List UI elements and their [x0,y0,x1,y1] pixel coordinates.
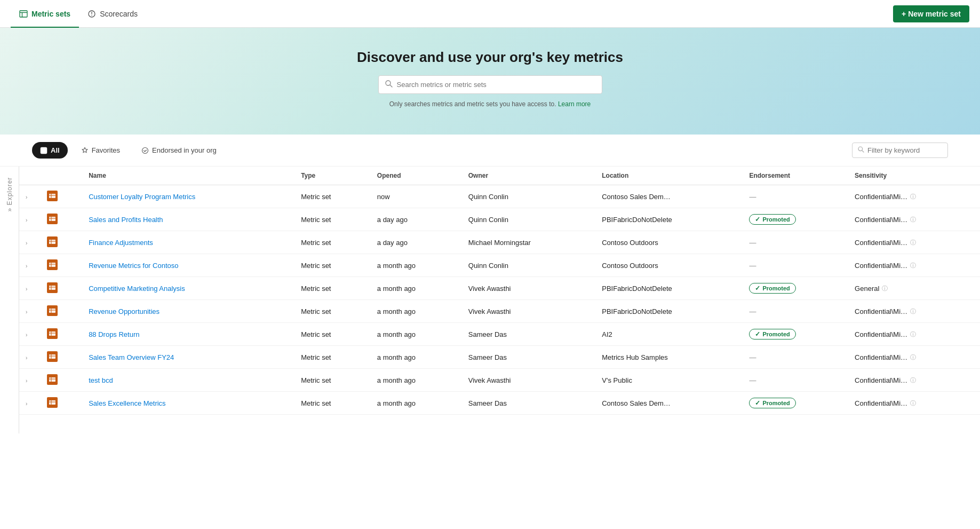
metric-set-icon [47,374,58,385]
table-row[interactable]: › Revenue Metrics for ContosoMetric seta… [19,254,980,277]
row-expand[interactable]: › [19,277,41,300]
svg-rect-36 [49,309,55,313]
promoted-check-icon: ✓ [755,285,760,292]
promoted-badge: ✓ Promoted [749,214,795,225]
row-type: Metric set [294,392,371,415]
keyword-filter-input[interactable] [867,146,942,154]
search-input[interactable] [397,81,595,89]
row-opened: a day ago [371,231,462,254]
col-owner[interactable]: Owner [462,167,595,185]
row-name[interactable]: Competitive Marketing Analysis [89,285,185,293]
metrics-table: Name Type Opened Owner Location Endorsem… [19,167,980,415]
row-endorsement: — [743,346,848,369]
expand-chevron[interactable]: › [26,240,27,246]
info-icon[interactable]: ⓘ [910,239,916,247]
metric-set-icon [47,282,58,293]
metric-set-icon [47,305,58,316]
col-endorsement[interactable]: Endorsement [743,167,848,185]
expand-chevron[interactable]: › [26,401,27,407]
filter-all-button[interactable]: All [32,142,68,159]
table-row[interactable]: › Finance AdjustmentsMetric seta day ago… [19,231,980,254]
info-icon[interactable]: ⓘ [910,193,916,201]
row-owner: Quinn Conlin [462,185,595,208]
row-sensitivity: Confidential\Mi… ⓘ [848,254,980,277]
info-icon[interactable]: ⓘ [910,216,916,224]
info-icon[interactable]: ⓘ [910,399,916,407]
info-icon[interactable]: ⓘ [910,353,916,361]
row-sensitivity: Confidential\Mi… ⓘ [848,346,980,369]
row-location: V's Public [595,369,743,392]
row-sensitivity: Confidential\Mi… ⓘ [848,369,980,392]
filter-endorsed-label: Endorsed in your org [152,146,217,154]
row-name[interactable]: Sales Excellence Metrics [89,399,166,407]
explorer-sidebar[interactable]: » Explorer [0,167,19,433]
expand-chevron[interactable]: › [26,263,27,269]
promoted-check-icon: ✓ [755,216,760,223]
row-name[interactable]: Sales and Profits Health [89,216,163,224]
row-name[interactable]: test bcd [89,376,113,384]
info-icon[interactable]: ⓘ [882,285,888,293]
col-sensitivity[interactable]: Sensitivity [848,167,980,185]
learn-more-link[interactable]: Learn more [558,100,591,108]
row-expand[interactable]: › [19,346,41,369]
no-endorsement: — [749,239,756,247]
row-owner: Michael Morningstar [462,231,595,254]
row-owner: Vivek Awasthi [462,277,595,300]
svg-line-14 [862,151,864,152]
info-icon[interactable]: ⓘ [910,330,916,338]
expand-chevron[interactable]: › [26,309,27,315]
table-row[interactable]: › Competitive Marketing AnalysisMetric s… [19,277,980,300]
row-name[interactable]: 88 Drops Return [89,330,139,338]
all-icon [40,147,47,154]
table-row[interactable]: › Customer Loyalty Program MetricsMetric… [19,185,980,208]
table-row[interactable]: › Sales Excellence MetricsMetric seta mo… [19,392,980,415]
table-row[interactable]: › 88 Drops ReturnMetric seta month agoSa… [19,323,980,346]
row-name[interactable]: Sales Team Overview FY24 [89,353,174,361]
table-row[interactable]: › Sales Team Overview FY24Metric seta mo… [19,346,980,369]
row-location: PBIFabricDoNotDelete [595,300,743,323]
expand-chevron[interactable]: › [26,286,27,292]
filter-favorites-button[interactable]: Favorites [73,142,128,159]
row-expand[interactable]: › [19,392,41,415]
no-endorsement: — [749,193,756,201]
row-icon-cell [41,300,82,323]
svg-line-7 [390,85,392,87]
col-type[interactable]: Type [294,167,371,185]
row-type: Metric set [294,254,371,277]
expand-chevron[interactable]: › [26,355,27,361]
row-expand[interactable]: › [19,231,41,254]
col-name[interactable]: Name [82,167,294,185]
table-row[interactable]: › Revenue OpportunitiesMetric seta month… [19,300,980,323]
info-icon[interactable]: ⓘ [910,262,916,270]
row-expand[interactable]: › [19,369,41,392]
col-location[interactable]: Location [595,167,743,185]
expand-chevron[interactable]: › [26,332,27,338]
expand-chevron[interactable]: › [26,217,27,223]
row-name[interactable]: Finance Adjustments [89,239,153,247]
tab-metric-sets[interactable]: Metric sets [11,1,79,28]
row-expand[interactable]: › [19,254,41,277]
row-name[interactable]: Revenue Opportunities [89,307,160,315]
row-expand[interactable]: › [19,323,41,346]
expand-chevron[interactable]: › [26,378,27,384]
promoted-check-icon: ✓ [755,330,760,338]
explorer-label[interactable]: » Explorer [6,177,13,211]
row-expand[interactable]: › [19,185,41,208]
sensitivity-label: Confidential\Mi… [855,193,907,201]
info-icon[interactable]: ⓘ [910,376,916,384]
row-expand[interactable]: › [19,300,41,323]
table-header-row: Name Type Opened Owner Location Endorsem… [19,167,980,185]
tab-scorecards[interactable]: Scorecards [79,1,146,28]
new-metric-button[interactable]: + New metric set [893,5,969,22]
sensitivity-cell: Confidential\Mi… ⓘ [855,399,974,407]
expand-chevron[interactable]: › [26,194,27,200]
table-row[interactable]: › test bcdMetric seta month agoVivek Awa… [19,369,980,392]
row-name[interactable]: Revenue Metrics for Contoso [89,262,178,270]
row-expand[interactable]: › [19,208,41,231]
col-opened[interactable]: Opened [371,167,462,185]
filter-endorsed-button[interactable]: Endorsed in your org [133,142,225,159]
table-row[interactable]: › Sales and Profits HealthMetric seta da… [19,208,980,231]
info-icon[interactable]: ⓘ [910,307,916,315]
row-sensitivity: Confidential\Mi… ⓘ [848,392,980,415]
row-name[interactable]: Customer Loyalty Program Metrics [89,193,195,201]
